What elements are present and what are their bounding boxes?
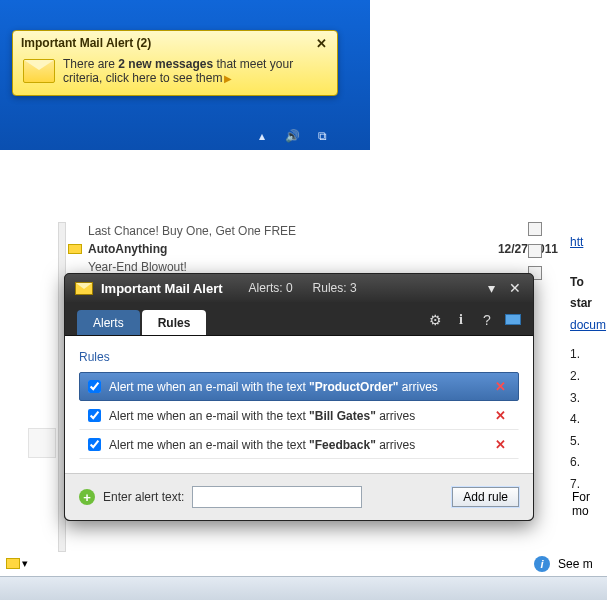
rule-row[interactable]: Alert me when an e-mail with the text "P… — [79, 372, 519, 401]
rules-count: Rules: 3 — [313, 281, 357, 295]
info-icon: i — [534, 556, 550, 572]
delete-rule-icon[interactable]: ✕ — [491, 379, 510, 394]
rule-checkbox[interactable] — [88, 438, 101, 451]
help-panel: htt To star docum 1. 2. 3. 4. 5. 6. 7. — [570, 232, 607, 496]
mail-subject[interactable]: Last Chance! Buy One, Get One FREE — [88, 224, 296, 238]
mail-icon[interactable] — [505, 314, 521, 325]
list-item: 5. — [570, 431, 607, 453]
status-bar-info: i See m — [534, 556, 607, 572]
plus-icon: + — [79, 489, 95, 505]
alert-text-input[interactable] — [192, 486, 362, 508]
chevron-right-icon: ▶ — [224, 73, 232, 84]
mail-list: Last Chance! Buy One, Get One FREE AutoA… — [68, 222, 558, 276]
tray-network-icon[interactable]: ⧉ — [314, 128, 330, 144]
dialog-body: Rules Alert me when an e-mail with the t… — [65, 336, 533, 473]
section-label: Rules — [79, 350, 519, 364]
alerts-count: Alerts: 0 — [249, 281, 293, 295]
minimize-icon[interactable]: ▾ — [483, 280, 499, 296]
list-item: 1. — [570, 344, 607, 366]
dialog-titlebar[interactable]: Important Mail Alert Alerts: 0 Rules: 3 … — [65, 274, 533, 302]
rule-checkbox[interactable] — [88, 409, 101, 422]
dialog-footer: + Enter alert text: Add rule — [65, 473, 533, 520]
info-icon[interactable]: i — [453, 312, 469, 328]
link[interactable]: docum — [570, 315, 607, 337]
tab-rules[interactable]: Rules — [142, 310, 207, 335]
heading: To star — [570, 272, 607, 315]
rule-row[interactable]: Alert me when an e-mail with the text "F… — [79, 430, 519, 459]
link[interactable]: htt — [570, 232, 607, 254]
mail-alert-toast[interactable]: Important Mail Alert (2) ✕ There are 2 n… — [12, 30, 338, 96]
toast-title: Important Mail Alert (2) — [21, 36, 151, 50]
folder-icon — [6, 558, 20, 569]
rule-checkbox[interactable] — [88, 380, 101, 393]
envelope-icon — [68, 244, 82, 254]
dialog-title: Important Mail Alert — [101, 281, 223, 296]
for-more-text: For mo — [572, 490, 607, 518]
list-item: 2. — [570, 366, 607, 388]
close-icon[interactable]: ✕ — [313, 35, 329, 51]
envelope-icon — [75, 282, 93, 295]
desktop-background: Important Mail Alert (2) ✕ There are 2 n… — [0, 0, 370, 150]
pane-splitter[interactable] — [28, 428, 56, 458]
mail-flag-column — [528, 222, 542, 280]
tray-volume-icon[interactable]: 🔊 — [284, 128, 300, 144]
system-tray: ▴ 🔊 ⧉ — [254, 128, 330, 144]
folder-breadcrumb[interactable]: ▾ — [4, 557, 28, 570]
mail-sender[interactable]: AutoAnything — [88, 242, 167, 256]
dialog-tabs: Alerts Rules ⚙ i ? — [65, 302, 533, 336]
rule-text: Alert me when an e-mail with the text "P… — [109, 380, 438, 394]
tray-up-icon[interactable]: ▴ — [254, 128, 270, 144]
list-item: 3. — [570, 388, 607, 410]
rule-text: Alert me when an e-mail with the text "B… — [109, 409, 415, 423]
add-rule-button[interactable]: Add rule — [452, 487, 519, 507]
flag-icon[interactable] — [528, 222, 542, 236]
see-more-text[interactable]: See m — [558, 557, 593, 571]
important-mail-alert-dialog: Important Mail Alert Alerts: 0 Rules: 3 … — [64, 273, 534, 521]
delete-rule-icon[interactable]: ✕ — [491, 408, 510, 423]
footer-label: Enter alert text: — [103, 490, 184, 504]
help-icon[interactable]: ? — [479, 312, 495, 328]
list-item: 6. — [570, 452, 607, 474]
toast-message: There are 2 new messages that meet your … — [63, 57, 293, 85]
rule-row[interactable]: Alert me when an e-mail with the text "B… — [79, 401, 519, 430]
close-icon[interactable]: ✕ — [507, 280, 523, 296]
tab-alerts[interactable]: Alerts — [77, 310, 140, 335]
mail-subject[interactable]: Year-End Blowout! — [88, 260, 187, 274]
toast-body[interactable]: There are 2 new messages that meet your … — [13, 53, 337, 95]
flag-icon[interactable] — [528, 244, 542, 258]
delete-rule-icon[interactable]: ✕ — [491, 437, 510, 452]
rule-text: Alert me when an e-mail with the text "F… — [109, 438, 415, 452]
gear-icon[interactable]: ⚙ — [427, 312, 443, 328]
status-bar — [0, 576, 607, 600]
list-item: 4. — [570, 409, 607, 431]
envelope-icon — [23, 59, 55, 83]
